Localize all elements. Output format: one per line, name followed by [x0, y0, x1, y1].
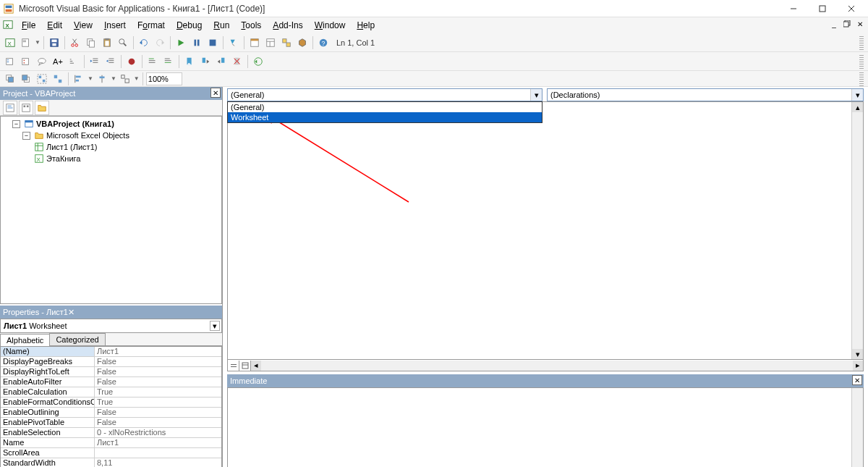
property-row[interactable]: EnableOutliningFalse — [1, 408, 221, 418]
code-editor[interactable]: ▴ ▾ — [227, 101, 864, 360]
horizontal-scrollbar[interactable] — [261, 361, 853, 371]
copy-icon[interactable] — [84, 35, 98, 50]
dropdown-arrow-icon[interactable]: ▾ — [851, 89, 863, 101]
tree-collapse-icon[interactable]: − — [12, 120, 20, 128]
menu-file[interactable]: File — [16, 19, 41, 32]
comment-block-icon[interactable] — [145, 54, 160, 69]
property-row[interactable]: EnablePivotTableFalse — [1, 418, 221, 428]
tree-root[interactable]: − VBAProject (Книга1) — [2, 118, 220, 130]
size-dropdown-arrow-icon[interactable]: ▼ — [134, 75, 140, 82]
menu-help[interactable]: Help — [351, 19, 380, 32]
outdent-icon[interactable] — [103, 54, 118, 69]
menu-debug[interactable]: Debug — [171, 19, 208, 32]
tree-folder[interactable]: − Microsoft Excel Objects — [2, 130, 220, 141]
property-row[interactable]: ScrollArea — [1, 448, 221, 458]
property-row[interactable]: NameЛист1 — [1, 438, 221, 448]
property-row[interactable]: EnableFormatConditionsCalculationTrue — [1, 397, 221, 408]
align-dropdown-arrow-icon[interactable]: ▼ — [88, 75, 93, 82]
property-row[interactable]: DisplayPageBreaksFalse — [1, 357, 221, 367]
properties-close-icon[interactable]: ✕ — [68, 308, 75, 317]
property-row[interactable]: (Name)Лист1 — [1, 347, 221, 357]
menu-edit[interactable]: Edit — [41, 19, 68, 32]
project-tree[interactable]: − VBAProject (Книга1) − Microsoft Excel … — [0, 116, 222, 304]
project-explorer-icon[interactable] — [247, 35, 262, 50]
menu-tools[interactable]: Tools — [235, 19, 267, 32]
property-value[interactable]: False — [95, 367, 221, 376]
combo-option-worksheet[interactable]: Worksheet — [228, 112, 542, 122]
tree-collapse-icon[interactable]: − — [22, 132, 30, 140]
object-combo[interactable]: (General) ▾ (General) Worksheet — [227, 88, 542, 100]
dropdown-arrow-icon[interactable]: ▾ — [210, 321, 220, 331]
procedure-view-icon[interactable] — [228, 361, 239, 371]
property-row[interactable]: EnableSelection0 - xlNoRestrictions — [1, 428, 221, 438]
zoom-input[interactable] — [146, 72, 182, 85]
menu-insert[interactable]: Insert — [98, 19, 132, 32]
vertical-scrollbar[interactable]: ▴ ▾ — [851, 102, 863, 359]
menu-format[interactable]: Format — [132, 19, 171, 32]
toolbar-grip-3[interactable] — [859, 72, 864, 86]
menu-run[interactable]: Run — [208, 19, 235, 32]
uncomment-block-icon[interactable] — [161, 54, 176, 69]
mdi-minimize-icon[interactable]: _ — [829, 19, 839, 29]
view-object-icon[interactable] — [19, 101, 33, 115]
size-icon[interactable] — [118, 72, 132, 86]
mdi-close-icon[interactable]: ✕ — [855, 19, 865, 29]
find-icon[interactable] — [116, 35, 130, 50]
properties-object-selector[interactable]: Лист1 Worksheet ▾ — [0, 319, 222, 333]
scroll-left-icon[interactable]: ◂ — [251, 361, 261, 371]
property-row[interactable]: DisplayRightToLeftFalse — [1, 367, 221, 377]
tab-alphabetic[interactable]: Alphabetic — [0, 334, 50, 346]
complete-word-icon[interactable] — [67, 54, 81, 69]
property-value[interactable]: 0 - xlNoRestrictions — [95, 428, 221, 437]
full-module-view-icon[interactable] — [239, 361, 251, 371]
vertical-scrollbar[interactable] — [851, 388, 863, 467]
property-value[interactable]: False — [95, 418, 221, 427]
properties-window-icon[interactable] — [263, 35, 278, 50]
insert-dropdown-icon[interactable] — [19, 35, 33, 50]
toolbox-icon[interactable] — [295, 35, 310, 50]
procedure-combo[interactable]: (Declarations) ▾ — [547, 88, 864, 100]
toolbar-grip[interactable] — [859, 35, 864, 50]
save-icon[interactable] — [47, 35, 61, 50]
property-row[interactable]: EnableAutoFilterFalse — [1, 377, 221, 387]
close-button[interactable] — [838, 1, 865, 17]
minimize-button[interactable] — [780, 1, 807, 17]
properties-grid[interactable]: (Name)Лист1DisplayPageBreaksFalseDisplay… — [0, 346, 222, 467]
menu-window[interactable]: Window — [309, 19, 352, 32]
insert-dropdown-arrow-icon[interactable]: ▼ — [35, 39, 41, 46]
property-value[interactable]: False — [95, 408, 221, 417]
tree-item-workbook[interactable]: X ЭтаКнига — [2, 153, 220, 164]
bring-front-icon[interactable] — [3, 72, 17, 86]
bookmark-next-icon[interactable] — [198, 54, 213, 69]
mdi-restore-icon[interactable] — [842, 19, 852, 29]
property-value[interactable]: 8,11 — [95, 458, 221, 467]
view-excel-icon[interactable]: X — [3, 35, 17, 50]
maximize-button[interactable] — [809, 1, 836, 17]
align-icon[interactable] — [72, 72, 86, 86]
send-back-icon[interactable] — [19, 72, 33, 86]
object-browser-icon[interactable] — [279, 35, 294, 50]
view-code-icon[interactable] — [3, 101, 17, 115]
property-value[interactable]: False — [95, 377, 221, 387]
property-value[interactable]: True — [95, 397, 221, 407]
run-icon[interactable] — [174, 35, 188, 50]
indent-icon[interactable] — [88, 54, 102, 69]
toggle-folders-icon[interactable] — [35, 101, 49, 115]
undo-icon[interactable] — [137, 35, 151, 50]
menu-view[interactable]: View — [68, 19, 98, 32]
immediate-close-icon[interactable]: ✕ — [852, 375, 862, 385]
redo-icon[interactable] — [153, 35, 167, 50]
parameter-info-icon[interactable]: A+ — [51, 54, 65, 69]
property-value[interactable]: False — [95, 357, 221, 366]
property-row[interactable]: EnableCalculationTrue — [1, 387, 221, 397]
scroll-down-icon[interactable]: ▾ — [852, 349, 863, 359]
dropdown-arrow-icon[interactable]: ▾ — [530, 89, 542, 101]
center-icon[interactable] — [95, 72, 109, 86]
center-dropdown-arrow-icon[interactable]: ▼ — [111, 75, 116, 82]
project-explorer-close-icon[interactable]: ✕ — [210, 88, 221, 98]
cut-icon[interactable] — [68, 35, 82, 50]
combo-option-general[interactable]: (General) — [228, 102, 542, 112]
property-value[interactable]: Лист1 — [95, 438, 221, 447]
tab-categorized[interactable]: Categorized — [49, 333, 105, 345]
quick-info-icon[interactable] — [35, 54, 49, 69]
